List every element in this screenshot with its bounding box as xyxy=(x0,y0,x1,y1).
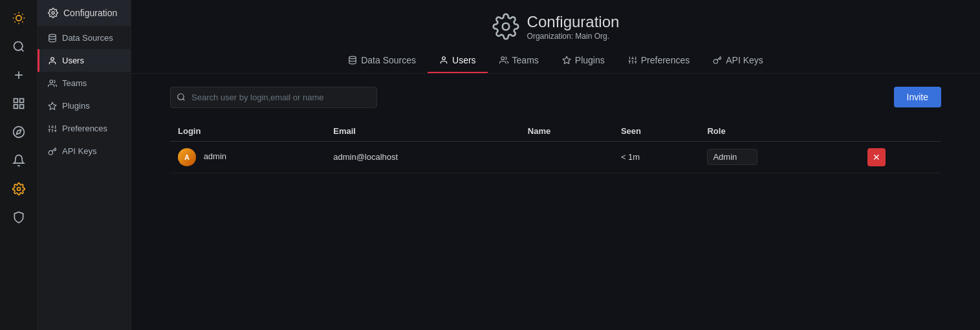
svg-point-21 xyxy=(49,34,56,37)
search-icon xyxy=(12,40,25,53)
svg-rect-14 xyxy=(19,99,23,103)
svg-rect-15 xyxy=(14,105,17,109)
svg-point-9 xyxy=(14,42,22,50)
search-input-wrap xyxy=(170,87,377,108)
page-gear-icon xyxy=(492,13,519,40)
sidebar-item-api-keys[interactable]: API Keys xyxy=(38,140,131,162)
svg-rect-13 xyxy=(14,99,17,103)
tab-preferences[interactable]: Preferences xyxy=(616,49,701,73)
cell-seen: < 1m xyxy=(613,141,700,173)
svg-point-35 xyxy=(442,57,446,60)
sidebar-item-users[interactable]: Users xyxy=(38,49,131,72)
sidebar-item-data-sources[interactable]: Data Sources xyxy=(38,27,131,49)
svg-line-47 xyxy=(183,99,185,101)
svg-point-33 xyxy=(502,23,509,30)
tab-key-icon xyxy=(713,56,722,65)
svg-point-36 xyxy=(501,57,504,60)
svg-point-23 xyxy=(50,80,53,83)
col-email: Email xyxy=(325,121,520,142)
svg-point-34 xyxy=(349,56,356,59)
tab-teams-icon xyxy=(499,56,508,65)
sidebar-item-logo[interactable] xyxy=(6,5,32,31)
nav-tabs: Data Sources Users Teams xyxy=(336,49,775,73)
cell-role: Admin Editor Viewer xyxy=(699,141,859,173)
users-table: Login Email Name Seen Role A admin admin… xyxy=(170,121,941,173)
config-sidebar: Configuration Data Sources Users Teams P… xyxy=(38,0,131,330)
role-select[interactable]: Admin Editor Viewer xyxy=(707,149,757,165)
sidebar-item-explore[interactable] xyxy=(6,119,32,145)
page-title-row: Configuration Organization: Main Org. xyxy=(492,13,620,41)
svg-line-10 xyxy=(21,49,23,52)
tab-data-sources[interactable]: Data Sources xyxy=(336,49,428,73)
svg-point-20 xyxy=(52,12,54,14)
alerts-icon xyxy=(12,154,25,167)
users-icon xyxy=(48,79,57,88)
svg-point-17 xyxy=(13,127,24,138)
config-gear-icon xyxy=(48,8,58,18)
plugins-icon xyxy=(48,102,57,111)
main-content: Configuration Organization: Main Org. Da… xyxy=(131,0,980,330)
cell-name xyxy=(520,141,613,173)
svg-point-0 xyxy=(16,16,21,21)
database-icon xyxy=(48,34,57,43)
sidebar-item-configuration[interactable] xyxy=(6,176,32,202)
tab-api-keys[interactable]: API Keys xyxy=(701,49,775,73)
avatar: A xyxy=(178,148,196,166)
svg-line-8 xyxy=(22,14,23,15)
dashboards-icon xyxy=(12,97,25,110)
config-sidebar-title: Configuration xyxy=(38,0,131,27)
tab-db-icon xyxy=(348,56,357,65)
col-name: Name xyxy=(520,121,613,142)
sidebar-item-add[interactable] xyxy=(6,62,32,88)
sun-icon xyxy=(12,12,25,25)
svg-point-22 xyxy=(51,57,54,60)
sidebar-item-shield[interactable] xyxy=(6,204,32,230)
svg-line-7 xyxy=(14,21,15,22)
shield-icon xyxy=(12,211,25,224)
invite-button[interactable]: Invite xyxy=(894,87,941,107)
col-actions xyxy=(860,121,941,142)
col-login: Login xyxy=(170,121,325,142)
table-body: A admin admin@localhost < 1m Admin Edito… xyxy=(170,141,941,173)
sidebar-item-teams[interactable]: Teams xyxy=(38,72,131,94)
col-role: Role xyxy=(699,121,859,142)
tab-plugins-icon xyxy=(562,56,571,65)
svg-line-3 xyxy=(14,14,15,15)
page-title-text: Configuration Organization: Main Org. xyxy=(527,13,620,41)
svg-point-46 xyxy=(178,94,184,100)
cell-login: A admin xyxy=(170,141,325,173)
sidebar-item-preferences[interactable]: Preferences xyxy=(38,117,131,140)
user-icon xyxy=(48,56,57,65)
sidebar-item-search[interactable] xyxy=(6,34,32,60)
svg-line-4 xyxy=(22,21,23,22)
table-row: A admin admin@localhost < 1m Admin Edito… xyxy=(170,141,941,173)
add-icon xyxy=(12,69,25,82)
page-header: Configuration Organization: Main Org. Da… xyxy=(131,0,980,74)
search-invite-row: Invite xyxy=(170,87,941,108)
cell-delete: ✕ xyxy=(860,141,941,173)
svg-point-19 xyxy=(17,188,20,191)
gear-icon xyxy=(12,182,25,195)
sidebar-item-alerts[interactable] xyxy=(6,148,32,173)
role-cell: Admin Editor Viewer xyxy=(707,149,851,165)
page-title: Configuration xyxy=(527,13,620,32)
sidebar-narrow xyxy=(0,0,38,330)
tab-plugins[interactable]: Plugins xyxy=(550,49,616,73)
cell-email: admin@localhost xyxy=(325,141,520,173)
tab-teams[interactable]: Teams xyxy=(488,49,550,73)
sidebar-item-dashboards[interactable] xyxy=(6,91,32,116)
svg-rect-16 xyxy=(19,105,23,109)
sidebar-item-plugins[interactable]: Plugins xyxy=(38,94,131,117)
col-seen: Seen xyxy=(613,121,700,142)
svg-marker-18 xyxy=(16,129,21,134)
key-icon xyxy=(48,147,57,156)
search-icon xyxy=(177,93,186,102)
explore-icon xyxy=(12,126,25,138)
page-subtitle: Organization: Main Org. xyxy=(527,32,620,41)
search-input[interactable] xyxy=(170,87,377,108)
table-header: Login Email Name Seen Role xyxy=(170,121,941,142)
content-area: Invite Login Email Name Seen Role A admi xyxy=(131,74,980,330)
tab-users[interactable]: Users xyxy=(428,49,488,73)
tab-sliders-icon xyxy=(628,56,637,65)
delete-user-button[interactable]: ✕ xyxy=(867,148,886,166)
